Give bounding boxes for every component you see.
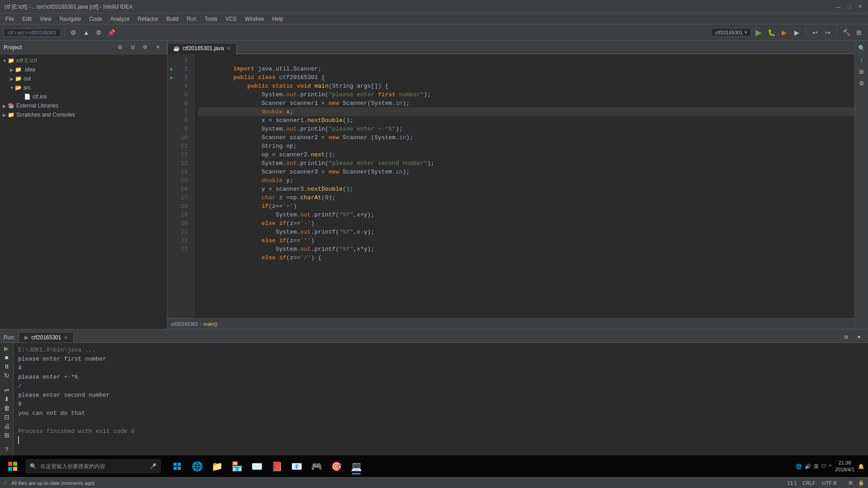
editor-tab-main[interactable]: ☕ ctf20165301.java ✕ (167, 43, 236, 54)
taskbar-apps: 🌐 📁 🏪 ✉️ 📕 📧 🎮 🎯 💻 (168, 457, 365, 475)
start-button[interactable] (4, 457, 22, 475)
menu-window[interactable]: Window (241, 15, 268, 23)
status-left: ✓ All files are up-to-date (moments ago) (4, 480, 784, 486)
debug-button[interactable]: 🐛 (766, 27, 777, 38)
chevron-up-icon[interactable]: ^ (829, 464, 831, 469)
taskbar-app-app7[interactable]: 🎮 (307, 457, 326, 475)
coverage-button[interactable]: ▶ (778, 27, 789, 38)
tree-item-src[interactable]: ▼ 📂 src (0, 83, 167, 92)
run-help-btn[interactable]: ? (2, 446, 12, 453)
taskbar-app-edge[interactable]: 🌐 (188, 457, 206, 475)
taskbar-app-mail[interactable]: ✉️ (248, 457, 266, 475)
run-cursor-line[interactable] (18, 436, 19, 444)
run-print-btn[interactable]: 🖨 (2, 422, 12, 430)
close-button[interactable]: ✕ (856, 3, 863, 10)
antivirus-icon: 🛡 (821, 464, 826, 469)
tree-item-ctf[interactable]: ▼ 📁 ctf E:\ctf (0, 56, 167, 65)
mic-icon[interactable]: 🎤 (150, 463, 156, 469)
menu-bar: File Edit View Navigate Code Analyze Ref… (0, 14, 868, 24)
build-button[interactable]: 🔨 (841, 27, 852, 38)
svg-rect-0 (174, 463, 177, 466)
menu-tools[interactable]: Tools (201, 15, 221, 23)
taskbar-app-app6[interactable]: 📧 (288, 457, 306, 475)
project-collapse-btn[interactable]: ⊟ (127, 42, 138, 53)
project-gear-btn[interactable]: ⚙ (140, 42, 151, 53)
menu-run[interactable]: Run (183, 15, 200, 23)
side-toolbar: 🔍 ↕ ⊞ ⚙ (854, 41, 868, 329)
taskbar-app-app5[interactable]: 📕 (268, 457, 286, 475)
expand-icon[interactable]: ⊞ (849, 480, 853, 486)
toolbar-config-btn[interactable]: ⚙ (94, 27, 104, 38)
tree-item-extlibs[interactable]: ▶ 📚 External Libraries (0, 101, 167, 110)
toolbar-pin-btn[interactable]: 📌 (106, 27, 117, 38)
run-indicator-10 (167, 133, 176, 142)
bottom-tabs: Run: ▶ ctf20165301 ✕ ⚙ ▼ (0, 329, 868, 343)
run-stop-btn[interactable]: ■ (2, 354, 12, 361)
run-minimize-btn[interactable]: ▼ (854, 332, 864, 343)
run-config-label: ctf20165301 (715, 30, 743, 35)
tree-item-out[interactable]: ▶ 📁 out (0, 74, 167, 83)
maximize-button[interactable]: □ (845, 3, 853, 10)
taskbar-app-intellij[interactable]: 💻 (347, 457, 365, 475)
menu-help[interactable]: Help (269, 15, 287, 23)
menu-vcs[interactable]: VCS (222, 15, 241, 23)
taskbar-app-store[interactable]: 🏪 (228, 457, 246, 475)
project-settings-btn[interactable]: ⊞ (114, 42, 125, 53)
taskbar-app-app8[interactable]: 🎯 (327, 457, 345, 475)
bottom-panel: Run: ▶ ctf20165301 ✕ ⚙ ▼ ▶ ■ ⏸ ↻ ⇌ ⬇ 🗑 ⊟… (0, 329, 868, 455)
taskbar-app-explorer[interactable]: 📁 (208, 457, 226, 475)
ctfiml-label: ctf.iml (33, 94, 47, 100)
run-clear-btn[interactable]: 🗑 (2, 404, 12, 412)
run-filter-btn[interactable]: ⊟ (2, 413, 12, 421)
run-scroll-btn[interactable]: ⬇ (2, 395, 12, 403)
keyboard-icon: 英 (814, 463, 819, 470)
expand-arrow-scratches-icon: ▶ (2, 113, 7, 117)
menu-file[interactable]: File (2, 15, 18, 23)
folder-scratches-icon: 📁 (7, 111, 14, 118)
run-pause-btn[interactable]: ⏸ (2, 363, 12, 370)
side-btn-3[interactable]: ⊞ (856, 66, 867, 77)
project-close-btn[interactable]: ✕ (152, 42, 163, 53)
menu-code[interactable]: Code (85, 15, 106, 23)
run-indicator-21 (167, 228, 176, 236)
code-editor[interactable]: ▶ ▶ (167, 54, 854, 318)
menu-navigate[interactable]: Navigate (56, 15, 85, 23)
tab-close-button[interactable]: ✕ (226, 46, 231, 52)
redo-button[interactable]: ↪ (822, 27, 833, 38)
toolbar-up-btn[interactable]: ▲ (81, 27, 92, 38)
run-indicator-1 (167, 56, 176, 65)
side-btn-1[interactable]: 🔍 (856, 42, 867, 53)
undo-button[interactable]: ↩ (810, 27, 821, 38)
tree-item-idea[interactable]: ▶ 📁 .idea (0, 65, 167, 74)
menu-edit[interactable]: Edit (19, 15, 35, 23)
tree-item-ctfiml[interactable]: 📄 ctf.iml (0, 92, 167, 101)
run-config[interactable]: ctf20165301 ▾ (711, 28, 751, 37)
run-rerun-btn[interactable]: ↻ (2, 372, 12, 379)
system-time[interactable]: 21:38 2018/4/1 (835, 460, 854, 474)
menu-view[interactable]: View (36, 15, 55, 23)
expand-button[interactable]: ⊞ (854, 27, 864, 38)
toolbar-settings-btn[interactable]: ⚙ (68, 27, 79, 38)
notification-icon[interactable]: 🔔 (858, 464, 864, 469)
run-output-line-1: E:\JDK1.8\bin\java ... (18, 346, 863, 355)
run-expand-btn[interactable]: ⊞ (2, 432, 12, 439)
run-tab[interactable]: ▶ ctf20165301 ✕ (19, 332, 74, 343)
menu-refactor[interactable]: Refactor (134, 15, 162, 23)
code-content[interactable]: import java.util.Scanner; public class c… (194, 54, 854, 318)
menu-analyze[interactable]: Analyze (107, 15, 133, 23)
run-settings-btn[interactable]: ⚙ (841, 332, 852, 343)
tree-item-scratches[interactable]: ▶ 📁 Scratches and Consoles (0, 110, 167, 119)
volume-icon: 🔊 (805, 464, 811, 469)
menu-build[interactable]: Build (163, 15, 182, 23)
run-button[interactable]: ▶ (753, 27, 764, 38)
minimize-button[interactable]: — (835, 3, 842, 10)
run-play-btn[interactable]: ▶ (2, 345, 12, 352)
profile-button[interactable]: ▶ (791, 27, 802, 38)
side-btn-2[interactable]: ↕ (856, 54, 867, 65)
run-wrap-btn[interactable]: ⇌ (2, 386, 12, 394)
run-tab-close-button[interactable]: ✕ (64, 335, 68, 341)
taskbar-search[interactable]: 🔍 在这里输入你要搜索的内容 🎤 (25, 459, 161, 474)
taskbar-app-taskview[interactable] (168, 457, 186, 475)
side-btn-4[interactable]: ⚙ (856, 78, 867, 89)
run-indicator-5 (167, 90, 176, 99)
